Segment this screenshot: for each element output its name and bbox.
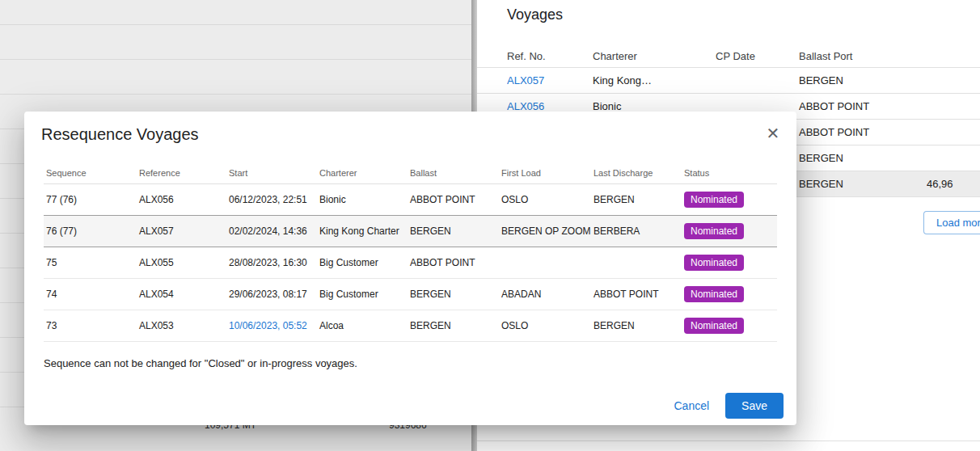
voyage-qty: 46,96 [927,178,980,190]
column-header-reference: Reference [137,168,226,178]
charterer-cell: Bionic [317,194,408,205]
column-header-first-load: First Load [499,168,591,178]
reference-cell: ALX057 [137,226,226,237]
sequence-cell: 76 (77) [44,226,137,237]
column-header-status: Status [682,168,754,178]
start-cell-link[interactable]: 10/06/2023, 05:52 [226,320,317,331]
column-header-start: Start [226,168,317,178]
sequence-cell: 74 [44,289,137,300]
voyages-table-header: Ref. No. Charterer CP Date Ballast Port [477,45,980,68]
resequence-row: 77 (76) ALX056 06/12/2023, 22:51 Bionic … [44,184,777,216]
resequence-table: Sequence Reference Start Charterer Balla… [44,162,777,342]
charterer-cell: Big Customer [317,289,408,300]
column-header-sequence: Sequence [44,168,137,178]
column-header-ballast: Ballast [408,168,499,178]
close-icon[interactable]: ✕ [761,121,785,145]
voyage-ballast-port: BERGEN [799,152,927,164]
voyage-charterer: Bionic [593,100,716,112]
column-header-last-discharge: Last Discharge [591,168,682,178]
dialog-title: Resequence Voyages [24,112,796,144]
ballast-cell: BERGEN [408,289,499,300]
reference-cell: ALX053 [137,320,226,331]
resequence-row: 74 ALX054 29/06/2023, 08:17 Big Customer… [44,279,777,310]
voyage-ballast-port: ABBOT POINT [799,126,927,138]
column-header-charterer: Charterer [317,168,408,178]
sequence-cell: 73 [44,320,137,331]
cancel-button[interactable]: Cancel [662,393,720,419]
save-button[interactable]: Save [725,393,784,419]
ballast-cell: BERGEN [408,320,499,331]
resequence-row-active: 76 (77) ALX057 02/02/2024, 14:36 King Ko… [44,216,777,247]
column-header-ref-no: Ref. No. [507,50,593,62]
voyage-row: ALX057 King Kong… BERGEN [477,68,980,94]
voyage-ballast-port: BERGEN [799,74,927,86]
status-badge: Nominated [684,318,744,334]
reference-cell: ALX056 [137,194,226,205]
status-badge: Nominated [684,286,744,302]
panel-bottom-divider [477,440,980,441]
status-badge: Nominated [684,223,744,239]
voyage-ballast-port: ABBOT POINT [799,100,927,112]
sequence-cell: 75 [44,257,137,268]
status-badge: Nominated [684,255,744,271]
charterer-cell: King Kong Charter [317,226,408,237]
voyages-panel-title: Voyages [507,6,563,23]
start-cell: 28/08/2023, 16:30 [226,257,317,268]
sequence-cell: 77 (76) [44,194,137,205]
resequence-row: 73 ALX053 10/06/2023, 05:52 Alcoa BERGEN… [44,310,777,342]
start-cell: 29/06/2023, 08:17 [226,289,317,300]
first-load-cell: BERGEN OP ZOOM [499,226,591,237]
column-header-ballast-port: Ballast Port [799,50,927,62]
resequence-row: 75 ALX055 28/08/2023, 16:30 Big Customer… [44,247,777,279]
ballast-cell: ABBOT POINT [408,257,499,268]
voyage-ref-link[interactable]: ALX057 [507,74,593,86]
first-load-cell: OSLO [499,320,591,331]
load-more-button[interactable]: Load more [923,211,980,234]
ballast-cell: ABBOT POINT [408,194,499,205]
column-header-cp-date: CP Date [716,50,799,62]
start-cell: 02/02/2024, 14:36 [226,226,317,237]
charterer-cell: Alcoa [317,320,408,331]
first-load-cell: OSLO [499,194,591,205]
last-discharge-cell: ABBOT POINT [591,289,682,300]
reference-cell: ALX054 [137,289,226,300]
sequence-note: Sequence can not be changed for "Closed"… [44,357,777,369]
resequence-table-header: Sequence Reference Start Charterer Balla… [44,162,777,184]
first-load-cell: ABADAN [499,289,591,300]
dialog-actions: Cancel Save [662,393,784,419]
voyage-ballast-port: BERGEN [799,178,927,190]
ballast-cell: BERGEN [408,226,499,237]
start-cell: 06/12/2023, 22:51 [226,194,317,205]
last-discharge-cell: BERGEN [591,194,682,205]
voyage-charterer: King Kong… [593,74,716,86]
last-discharge-cell: BERBERA [591,226,682,237]
resequence-voyages-dialog: Resequence Voyages ✕ Sequence Reference … [24,112,796,425]
voyage-ref-link[interactable]: ALX056 [507,100,593,112]
reference-cell: ALX055 [137,257,226,268]
column-header-charterer: Charterer [593,50,716,62]
last-discharge-cell: BERGEN [591,320,682,331]
status-badge: Nominated [684,192,744,208]
charterer-cell: Big Customer [317,257,408,268]
